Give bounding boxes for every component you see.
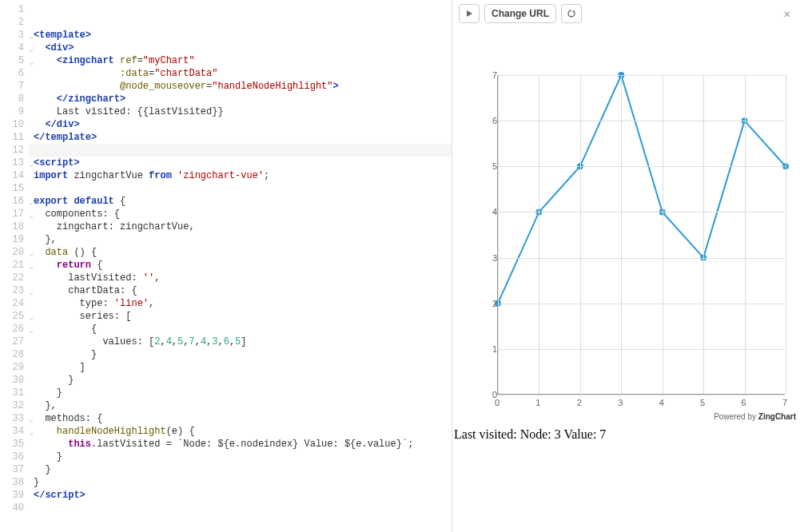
preview-toolbar: Change URL ✕ [452, 0, 800, 27]
y-tick-label: 2 [478, 299, 502, 308]
preview-pane: Change URL ✕ 0123456701234567 Powered by… [452, 0, 800, 532]
line-number-gutter: 123⌄4⌄5⌄678910111213⌄141516⌄17⌄181920⌄21… [0, 0, 29, 532]
run-button[interactable] [459, 4, 480, 23]
x-tick-label: 0 [495, 398, 500, 407]
powered-prefix: Powered by [714, 412, 758, 421]
y-tick-label: 5 [478, 161, 502, 171]
chart[interactable]: 0123456701234567 [460, 59, 796, 411]
last-visited-text: Last visited: Node: 3 Value: 7 [454, 427, 800, 442]
powered-by: Powered by ZingChart [460, 412, 796, 421]
x-tick-label: 7 [782, 398, 787, 407]
x-tick-label: 5 [700, 398, 705, 407]
reload-button[interactable] [561, 4, 582, 23]
reload-icon [567, 9, 576, 18]
line-chart-svg [498, 75, 785, 394]
y-tick-label: 3 [478, 253, 502, 263]
code-editor[interactable]: 123⌄4⌄5⌄678910111213⌄141516⌄17⌄181920⌄21… [0, 0, 452, 532]
x-tick-label: 1 [535, 398, 540, 407]
chart-plot-area[interactable] [497, 75, 785, 395]
powered-brand[interactable]: ZingChart [758, 412, 796, 421]
svg-marker-1 [572, 10, 575, 14]
x-tick-label: 4 [659, 398, 664, 407]
y-tick-label: 7 [478, 70, 502, 80]
change-url-button[interactable]: Change URL [484, 4, 556, 23]
y-tick-label: 1 [478, 344, 502, 354]
x-tick-label: 2 [577, 398, 582, 407]
y-tick-label: 6 [478, 116, 502, 125]
code-content[interactable]: <template> <div> <zingchart ref="myChart… [34, 0, 452, 514]
x-tick-label: 3 [618, 398, 623, 407]
close-icon[interactable]: ✕ [781, 7, 794, 21]
x-tick-label: 6 [742, 398, 746, 407]
svg-marker-0 [467, 10, 472, 17]
play-icon [465, 10, 473, 18]
y-tick-label: 4 [478, 207, 502, 216]
